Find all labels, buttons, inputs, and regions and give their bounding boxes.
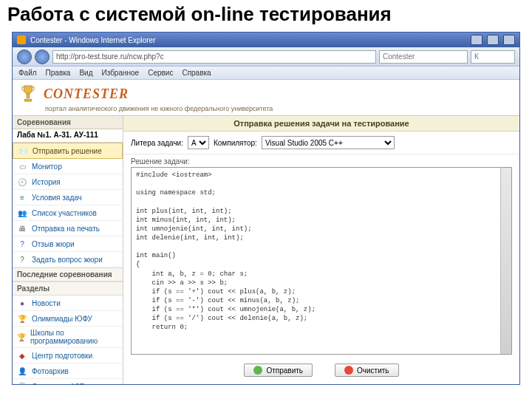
task-label: Литера задачи: (131, 139, 183, 147)
sidebar: Соревнования Лаба №1. А-31. АУ-111 📨 Отп… (13, 116, 123, 384)
favicon-icon (17, 35, 26, 44)
nav-ask-jury[interactable]: ? Задать вопрос жюри (13, 252, 123, 267)
section-olympiads[interactable]: 🏆 Олимпиады ЮФУ (13, 311, 123, 327)
maximize-button[interactable] (487, 35, 499, 45)
print-icon: 🖶 (17, 223, 27, 233)
nav-history[interactable]: 🕘 История (13, 174, 123, 190)
logo-row: CONTESTER (13, 80, 519, 105)
section-photos[interactable]: 👤 Фотоархив (13, 364, 123, 379)
window-title: Contester - Windows Internet Explorer (30, 36, 156, 44)
school-icon: 🏆 (17, 332, 26, 342)
back-button[interactable] (17, 50, 32, 64)
section-training[interactable]: ◆ Центр подготовки (13, 348, 123, 364)
clear-x-icon (344, 366, 353, 375)
section-news[interactable]: ● Новости (13, 296, 123, 311)
submit-button[interactable]: Отправить (244, 364, 313, 377)
history-icon: 🕘 (17, 177, 27, 187)
tasks-icon: ≡ (17, 192, 27, 202)
menu-bar: Файл Правка Вид Избранное Сервис Справка (13, 66, 519, 80)
menu-view[interactable]: Вид (79, 69, 92, 77)
panel-title: Отправка решения задачи на тестирование (123, 116, 519, 132)
monitor-icon: ▭ (17, 161, 27, 171)
news-icon: ● (17, 298, 27, 308)
menu-file[interactable]: Файл (18, 69, 37, 77)
address-bar[interactable]: http://pro-test.tsure.ru/ncw.php?c (52, 50, 376, 64)
code-label: Решение задачи: (123, 154, 519, 167)
photos-icon: 👤 (17, 366, 27, 376)
logo-subtitle: портал аналитического движения не южного… (13, 105, 519, 115)
page-heading: Работа с системой on-line тестирования (0, 0, 532, 29)
address-text: http://pro-test.tsure.ru/ncw.php?c (56, 52, 164, 61)
olympiad-icon: 🏆 (17, 313, 27, 324)
code-textarea[interactable]: #include <iostream> using namespace std;… (131, 167, 512, 355)
tab-label: Contester (383, 52, 415, 61)
nav-submit[interactable]: 📨 Отправить решение (13, 143, 123, 159)
button-row: Отправить Очистить (123, 359, 519, 384)
search-placeholder: К (474, 52, 479, 61)
titlebar: Contester - Windows Internet Explorer (13, 33, 519, 47)
menu-help[interactable]: Справка (182, 69, 211, 77)
sidebar-competition-header: Соревнования (13, 116, 123, 129)
sidebar-sections-header: Разделы (13, 282, 123, 296)
feedback-icon: ? (17, 239, 27, 249)
menu-edit[interactable]: Правка (46, 69, 71, 77)
clear-button[interactable]: Очистить (335, 364, 399, 377)
nav-toolbar: http://pro-test.tsure.ru/ncw.php?c Conte… (13, 47, 519, 66)
menu-tools[interactable]: Сервис (148, 69, 173, 77)
trophy-icon (20, 84, 36, 103)
section-schools[interactable]: 🏆 Школы по программированию (13, 327, 123, 348)
minimize-button[interactable] (471, 35, 482, 45)
ask-icon: ? (17, 254, 27, 265)
task-select[interactable]: A (188, 136, 209, 149)
sidebar-last-header: Последние соревнования (13, 267, 123, 282)
compiler-label: Компилятор: (214, 139, 257, 147)
main-panel: Отправка решения задачи на тестирование … (123, 116, 519, 384)
training-icon: ◆ (17, 350, 27, 361)
nav-participants[interactable]: 👥 Список участников (13, 205, 123, 221)
submit-icon: 📨 (18, 146, 28, 156)
logo-text: CONTESTER (44, 86, 129, 102)
nav-jury-feedback[interactable]: ? Отзыв жюри (13, 236, 123, 252)
compiler-select[interactable]: Visual Studio 2005 C++ (262, 136, 395, 149)
section-about-ast[interactable]: ⓘ О системе АСТ (13, 379, 123, 384)
browser-window: Contester - Windows Internet Explorer ht… (12, 32, 520, 385)
about-icon: ⓘ (17, 381, 27, 384)
tab-strip[interactable]: Contester (379, 50, 468, 64)
submit-ok-icon (253, 366, 262, 375)
nav-print[interactable]: 🖶 Отправка на печать (13, 221, 123, 236)
menu-favorites[interactable]: Избранное (101, 69, 139, 77)
page-content: CONTESTER портал аналитического движения… (13, 80, 519, 384)
participants-icon: 👥 (17, 208, 27, 218)
close-button[interactable] (503, 35, 515, 45)
form-row: Литера задачи: A Компилятор: Visual Stud… (123, 132, 519, 154)
nav-tasks[interactable]: ≡ Условия задач (13, 190, 123, 205)
browser-search[interactable]: К (471, 50, 515, 64)
forward-button[interactable] (35, 50, 50, 64)
sidebar-competition-name: Лаба №1. А-31. АУ-111 (13, 129, 123, 143)
nav-monitor[interactable]: ▭ Монитор (13, 159, 123, 174)
